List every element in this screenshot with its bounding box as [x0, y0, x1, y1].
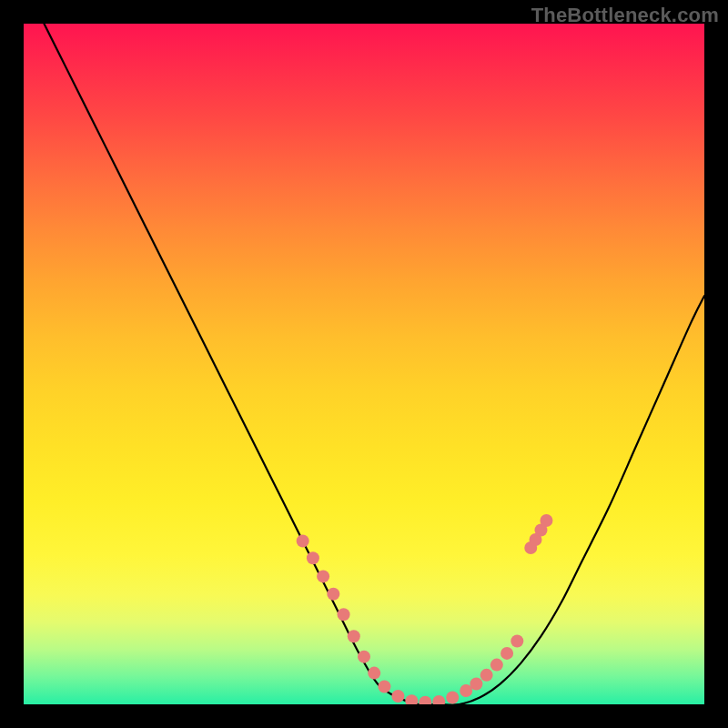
curve-marker [307, 551, 319, 564]
curve-marker [446, 692, 459, 704]
curve-marker [348, 630, 360, 642]
curve-marker [405, 694, 418, 704]
curve-marker [540, 514, 552, 527]
curve-markers [297, 514, 553, 704]
plot-area [24, 24, 704, 704]
curve-marker [470, 678, 482, 691]
curve-marker [419, 696, 431, 704]
curve-marker [511, 634, 523, 647]
curve-marker [338, 608, 350, 621]
curve-marker [297, 534, 309, 547]
curve-marker [391, 690, 404, 703]
curve-marker [480, 669, 493, 682]
curve-layer [24, 24, 704, 704]
curve-marker [500, 647, 513, 660]
curve-marker [368, 667, 380, 680]
curve-marker [378, 681, 390, 693]
curve-marker [317, 570, 329, 582]
curve-marker [327, 588, 339, 601]
curve-marker [490, 659, 503, 672]
bottleneck-curve [44, 24, 704, 704]
chart-frame: TheBottleneck.com [0, 0, 728, 728]
curve-marker [432, 695, 445, 704]
curve-marker [358, 651, 370, 663]
